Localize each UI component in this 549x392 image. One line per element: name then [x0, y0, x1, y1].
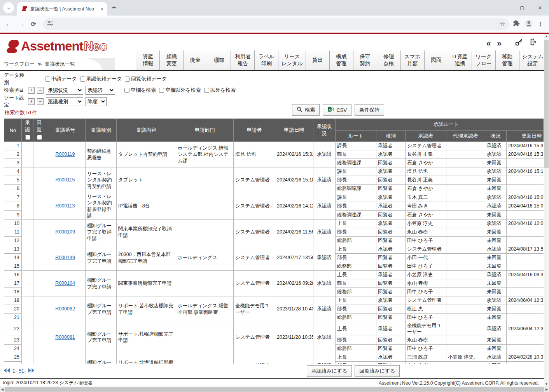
- nav-item[interactable]: 構成 管理: [329, 51, 353, 70]
- back-icon[interactable]: ←: [3, 19, 14, 30]
- approve-all-checkbox[interactable]: [25, 135, 30, 140]
- ringi-id-link[interactable]: R000149: [55, 255, 75, 260]
- horizontal-scroll-thumb[interactable]: [5, 387, 544, 392]
- search-option-checkbox-item[interactable]: 以外を検索: [204, 87, 236, 94]
- tab-search-button[interactable]: ⌄: [3, 2, 14, 13]
- minimize-button[interactable]: ─: [495, 0, 513, 16]
- scroll-down-icon[interactable]: ▼: [544, 382, 549, 386]
- view-all-checkbox[interactable]: [37, 135, 42, 140]
- applicant-cell: システム管理者: [234, 245, 275, 271]
- first-page-icon[interactable]: [3, 368, 10, 374]
- updated-date-cell: [507, 279, 544, 288]
- ringi-id-link[interactable]: R000115: [56, 177, 75, 183]
- page-link[interactable]: 51-: [19, 368, 26, 374]
- scroll-up-icon[interactable]: ▲: [544, 35, 549, 38]
- sort-field-select[interactable]: 稟議種別: [46, 97, 83, 106]
- app-logo[interactable]: AssetmentNeo: [4, 38, 107, 54]
- nav-item[interactable]: 資産 情報: [136, 51, 159, 70]
- nav-item[interactable]: ワーク フロー: [472, 51, 495, 70]
- search-option-checkbox[interactable]: [204, 88, 209, 93]
- nav-item[interactable]: ラベル 印刷: [254, 51, 278, 70]
- tune-icon[interactable]: [47, 20, 54, 28]
- search-option-checkbox-item[interactable]: 空欄を検索: [124, 87, 156, 94]
- nav-item[interactable]: スマホ 月額: [400, 51, 424, 70]
- scroll-right-icon[interactable]: ▶: [544, 388, 549, 391]
- data-type-checkbox[interactable]: [45, 77, 50, 82]
- search-remove-button[interactable]: −: [37, 87, 44, 94]
- route-kind-cell: 承認者: [376, 353, 406, 361]
- sort-remove-button[interactable]: −: [37, 98, 44, 105]
- data-type-checkbox-item[interactable]: 承認依頼データ: [80, 75, 122, 82]
- nav-item[interactable]: システム 設定: [519, 51, 547, 70]
- collapse-left-icon[interactable]: «: [486, 39, 491, 47]
- approver-cell: 田中 ひろ子: [406, 262, 446, 271]
- profile-avatar[interactable]: [525, 19, 533, 29]
- breadcrumb-root[interactable]: ワークフロー: [4, 61, 35, 68]
- logout-icon[interactable]: [530, 38, 538, 48]
- search-option-checkbox[interactable]: [124, 88, 129, 93]
- approver-cell: 三浦 政彦: [406, 353, 446, 361]
- tab-close-icon[interactable]: ×: [100, 6, 103, 12]
- horizontal-scrollbar[interactable]: ◀ ▶: [0, 387, 549, 392]
- search-button[interactable]: 検索: [292, 104, 320, 116]
- scroll-left-icon[interactable]: ◀: [0, 388, 5, 391]
- proxy-approver-cell: [446, 193, 485, 202]
- ringi-id-link[interactable]: R000109: [55, 229, 75, 235]
- sort-order-select[interactable]: 降順: [86, 97, 107, 106]
- view-cell: [33, 322, 45, 353]
- nav-item[interactable]: 保守 契約: [353, 51, 377, 70]
- search-value-select[interactable]: 承認済: [86, 86, 115, 95]
- proxy-approver-cell: [446, 185, 485, 193]
- vertical-scrollbar[interactable]: ▲ ▼: [544, 34, 549, 387]
- breadcrumb-zone: ワークフロー ≫ 稟議状況一覧: [0, 58, 115, 70]
- data-type-checkbox[interactable]: [125, 77, 130, 82]
- ringi-content-cell: サポート.札幌店棚卸完了申請: [117, 322, 176, 353]
- mark-approved-button[interactable]: 承認済みにする: [307, 365, 352, 377]
- nav-item[interactable]: 廃棄: [183, 51, 207, 70]
- updated-date-cell: [507, 228, 544, 237]
- ringi-id-link[interactable]: R000081: [55, 335, 75, 340]
- ringi-id-link[interactable]: R000104: [55, 280, 75, 286]
- browser-tab[interactable]: 稟議状況一覧 | Assetment Neo ×: [17, 2, 107, 16]
- search-option-checkbox[interactable]: [159, 88, 164, 93]
- data-type-checkbox-item[interactable]: 申請データ: [45, 75, 77, 82]
- ringi-id-link[interactable]: R000119: [56, 152, 75, 157]
- search-add-button[interactable]: +: [28, 87, 35, 94]
- sort-add-button[interactable]: +: [28, 98, 35, 105]
- extensions-puzzle-icon[interactable]: [513, 20, 520, 28]
- nav-item[interactable]: 修理 点検: [377, 51, 400, 70]
- address-bar[interactable]: ☆: [43, 18, 509, 30]
- search-field-select[interactable]: 承認状況: [46, 86, 83, 95]
- nav-item[interactable]: リース レンタル: [278, 51, 305, 70]
- data-type-checkbox-item[interactable]: 回覧依頼データ: [125, 75, 167, 82]
- new-tab-button[interactable]: +: [112, 4, 116, 12]
- csv-button[interactable]: X CSV: [323, 104, 351, 116]
- nav-item[interactable]: 利用者 報告: [231, 51, 254, 70]
- nav-item[interactable]: 組織 変更: [159, 51, 183, 70]
- ringi-id-link[interactable]: R000082: [55, 306, 75, 312]
- password-key-icon[interactable]: [515, 38, 523, 48]
- keep-conditions-button[interactable]: 条件保持: [355, 104, 384, 116]
- nav-item[interactable]: 貸出: [306, 51, 329, 70]
- last-page-icon[interactable]: [28, 368, 35, 374]
- route-cell: 上長: [336, 271, 376, 279]
- browser-menu-kebab-icon[interactable]: ⋮: [538, 21, 544, 28]
- nav-item[interactable]: 棚卸: [207, 51, 231, 70]
- data-type-checkbox[interactable]: [80, 77, 85, 82]
- nav-item[interactable]: 図面: [424, 51, 448, 70]
- ringi-id-link[interactable]: R000113: [56, 203, 75, 209]
- approver-cell: 田中 ひろ子: [406, 237, 446, 245]
- reload-icon[interactable]: ⟳: [28, 19, 39, 30]
- collapse-right-icon[interactable]: »: [497, 39, 502, 47]
- nav-item[interactable]: IT資産 連携: [448, 51, 472, 70]
- bookmark-star-icon[interactable]: ☆: [500, 21, 505, 28]
- forward-icon[interactable]: →: [16, 19, 26, 30]
- close-window-button[interactable]: ✕: [531, 0, 549, 16]
- approver-cell: システム管理者: [406, 142, 446, 150]
- updated-date-cell: 2024/08/17 13:5: [507, 245, 544, 254]
- mark-circulated-button[interactable]: 回覧済みにする: [355, 365, 400, 377]
- nav-item[interactable]: 移動 管理: [495, 51, 519, 70]
- vertical-scroll-thumb[interactable]: [544, 40, 549, 168]
- maximize-button[interactable]: ▢: [513, 0, 531, 16]
- search-option-checkbox-item[interactable]: 空欄以外を検索: [159, 87, 201, 94]
